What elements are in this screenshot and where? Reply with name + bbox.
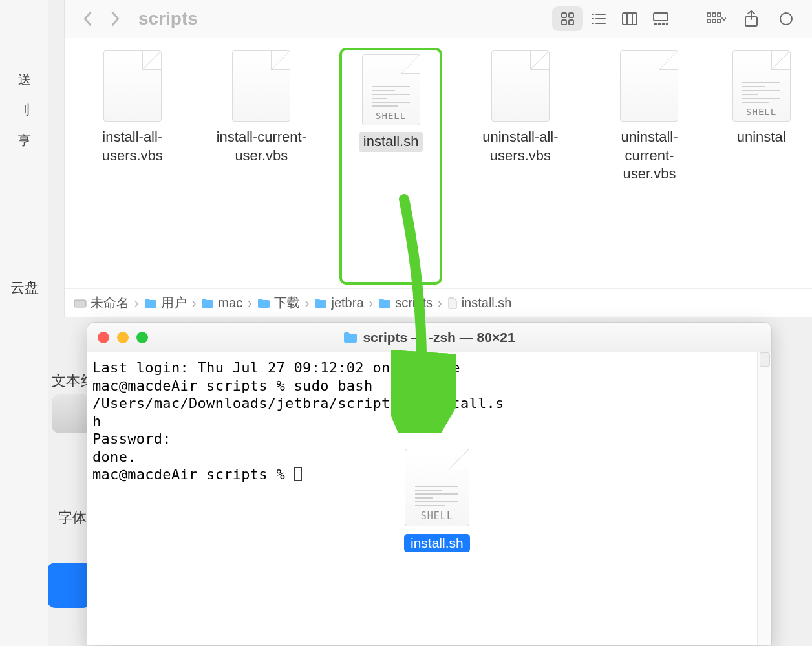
svg-point-25 (780, 13, 792, 25)
file-name: uninstal (737, 128, 786, 147)
svg-rect-20 (712, 13, 716, 16)
path-label: 下载 (274, 294, 300, 312)
path-segment[interactable]: 用户 (144, 294, 187, 312)
path-segment[interactable]: jetbra (314, 296, 363, 310)
shell-badge: SHELL (746, 107, 776, 117)
terminal-title-text: scripts — -zsh — 80×21 (363, 330, 515, 345)
vbs-file-icon (491, 50, 550, 122)
chevron-right-icon: › (246, 296, 253, 310)
background-sidebar: 送 刂 亨 云盘 文本纟 字体 (0, 0, 48, 646)
forward-button[interactable] (105, 8, 127, 30)
window-controls (98, 332, 148, 343)
svg-point-15 (659, 23, 660, 25)
svg-rect-1 (569, 13, 573, 17)
doc-icon (447, 297, 458, 309)
file-name: install-current-user.vbs (213, 128, 310, 165)
list-view-button[interactable] (583, 6, 614, 31)
finder-files-area[interactable]: install-all-users.vbsinstall-current-use… (65, 38, 812, 288)
file-item[interactable]: SHELLinstall.sh (342, 50, 440, 282)
folder-icon (314, 298, 327, 308)
file-item[interactable]: uninstall-current-user.vbs (601, 50, 698, 282)
disk-icon (74, 298, 87, 308)
sidebar-label-cloud: 云盘 (10, 278, 39, 297)
group-by-button[interactable] (702, 6, 731, 31)
file-item[interactable]: uninstall-all-users.vbs (472, 50, 569, 282)
svg-rect-22 (718, 13, 721, 16)
tags-button[interactable] (772, 6, 800, 31)
file-item[interactable]: install-current-user.vbs (213, 50, 310, 282)
shell-badge: SHELL (421, 510, 453, 522)
folder-icon (343, 332, 358, 343)
svg-point-14 (655, 23, 656, 25)
desktop-app-icon (52, 394, 91, 433)
file-name: uninstall-all-users.vbs (472, 128, 569, 165)
finder-window[interactable]: scripts install-all-users.vbsinstall-cur… (65, 0, 812, 317)
chevron-right-icon: › (368, 296, 375, 310)
finder-path-bar[interactable]: 未命名›用户›mac›下载›jetbra›scripts›install.sh (65, 288, 812, 317)
path-label: install.sh (462, 296, 512, 310)
file-name: install.sh (359, 132, 423, 152)
svg-rect-2 (562, 20, 566, 25)
finder-title: scripts (133, 8, 203, 29)
sidebar-char: 刂 (18, 102, 31, 119)
svg-rect-3 (569, 20, 573, 25)
zoom-button[interactable] (136, 332, 148, 343)
svg-rect-26 (74, 300, 86, 307)
chevron-right-icon: › (304, 296, 311, 310)
shell-file-icon: SHELL (732, 50, 791, 122)
share-button[interactable] (737, 6, 765, 31)
column-view-button[interactable] (614, 6, 645, 31)
svg-rect-19 (707, 19, 710, 23)
svg-rect-13 (654, 13, 668, 21)
path-label: 未命名 (91, 294, 129, 312)
folder-icon (201, 298, 214, 308)
svg-rect-10 (623, 13, 637, 25)
vbs-file-icon (620, 50, 678, 122)
scrollbar-thumb[interactable] (760, 352, 770, 367)
path-segment[interactable]: install.sh (447, 296, 512, 310)
path-label: 用户 (161, 294, 187, 312)
chevron-right-icon: › (133, 296, 140, 310)
view-switcher (552, 6, 676, 31)
file-item[interactable]: install-all-users.vbs (84, 50, 181, 282)
sidebar-char: 亨 (18, 132, 31, 149)
back-button[interactable] (76, 8, 98, 30)
chevron-right-icon: › (436, 296, 443, 310)
svg-rect-0 (562, 13, 566, 17)
shell-file-icon: SHELL (362, 54, 420, 125)
svg-rect-23 (718, 19, 721, 23)
file-name: uninstall-current-user.vbs (601, 128, 698, 184)
desktop-app-icon (47, 563, 92, 608)
path-label: mac (218, 296, 242, 310)
svg-rect-18 (707, 13, 710, 16)
file-name: install-all-users.vbs (84, 128, 181, 165)
path-label: scripts (395, 296, 433, 310)
path-segment[interactable]: 下载 (257, 294, 300, 312)
gallery-view-button[interactable] (645, 6, 676, 31)
path-segment[interactable]: 未命名 (74, 294, 129, 312)
path-segment[interactable]: scripts (378, 296, 433, 310)
folder-icon (378, 298, 391, 308)
shell-badge: SHELL (376, 111, 406, 121)
sidebar-char: 送 (18, 71, 31, 89)
vbs-file-icon (232, 50, 290, 122)
terminal-titlebar[interactable]: scripts — -zsh — 80×21 (87, 323, 771, 352)
folder-icon (144, 298, 157, 308)
svg-rect-21 (712, 19, 716, 23)
dragged-file-name: install.sh (404, 534, 470, 552)
close-button[interactable] (98, 332, 109, 343)
folder-icon (257, 298, 270, 308)
file-icon: SHELL (405, 449, 469, 526)
icon-view-button[interactable] (552, 6, 583, 31)
dragged-file[interactable]: SHELL install.sh (404, 449, 470, 552)
file-item[interactable]: SHELLuninstal (730, 50, 793, 282)
chevron-right-icon: › (191, 296, 198, 310)
vbs-file-icon (103, 50, 162, 122)
minimize-button[interactable] (117, 332, 129, 343)
terminal-title: scripts — -zsh — 80×21 (343, 330, 515, 345)
finder-toolbar: scripts (65, 0, 812, 38)
svg-point-17 (667, 23, 668, 25)
path-label: jetbra (331, 296, 363, 310)
terminal-scrollbar[interactable] (757, 352, 771, 645)
path-segment[interactable]: mac (201, 296, 242, 310)
